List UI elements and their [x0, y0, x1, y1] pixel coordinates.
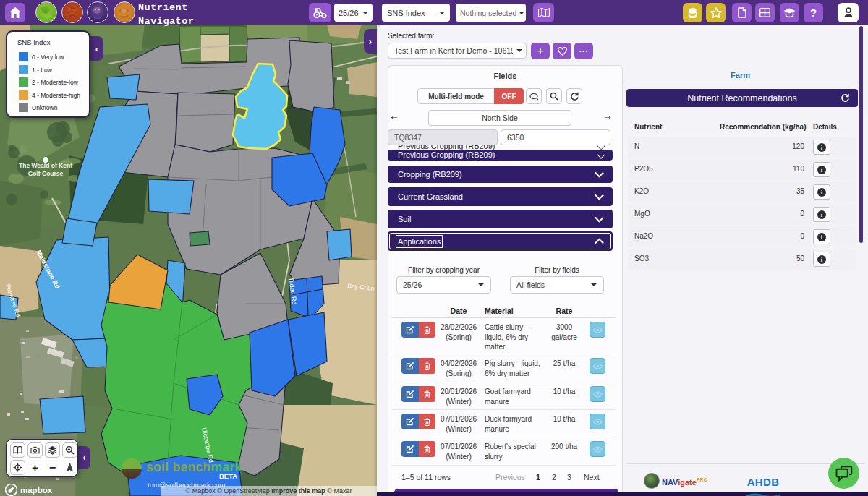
svg-text:Golf Course: Golf Course — [28, 170, 64, 177]
